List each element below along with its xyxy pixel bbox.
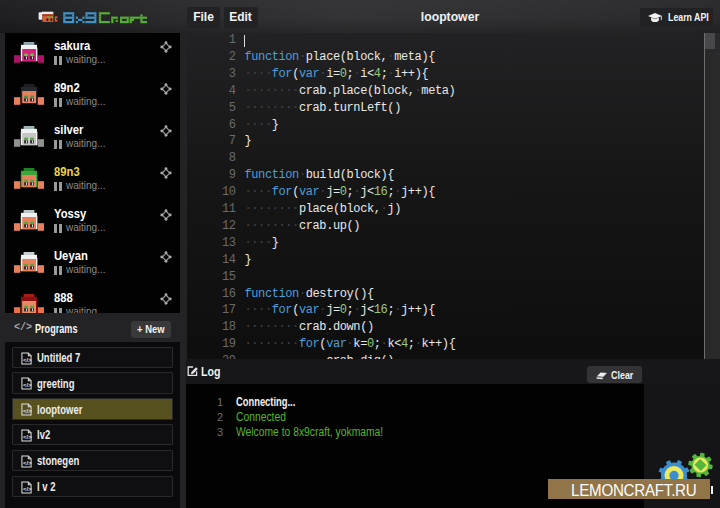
svg-text:</>: </> [23,459,32,465]
svg-text:</>: </> [23,408,32,414]
svg-text:</>: </> [23,382,32,388]
svg-text:</>: </> [23,356,32,362]
svg-text:</>: </> [23,434,32,440]
svg-text:</>: </> [23,485,32,491]
